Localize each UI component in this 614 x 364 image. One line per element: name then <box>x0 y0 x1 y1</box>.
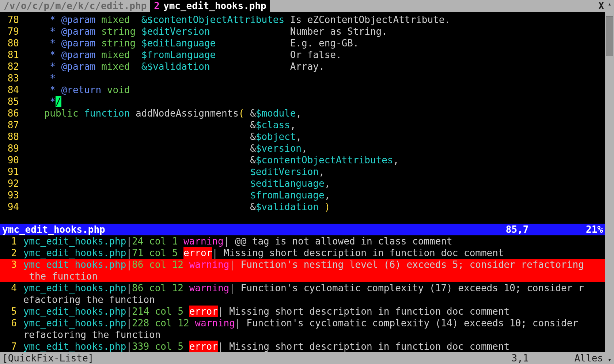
code-line[interactable]: 80 * @param string $editLanguage E.g. en… <box>0 37 605 49</box>
status-line: ymc_edit_hooks.php 85,7 21% <box>0 224 605 235</box>
code-line[interactable]: 81 * @param mixed $fromLanguage Or false… <box>0 49 605 61</box>
warning-badge: warning <box>195 317 235 329</box>
code-line[interactable]: 84 * @return void <box>0 84 605 96</box>
quickfix-item-continuation[interactable]: efactoring the function <box>0 294 605 306</box>
status-pos: 85,7 <box>506 224 529 235</box>
quickfix-message: Missing short description in function do… <box>224 341 510 352</box>
quickfix-message: refactoring the function <box>23 329 161 341</box>
code-line[interactable]: 82 * @param mixed &$validation Array. <box>0 61 605 72</box>
quickfix-number: 1 <box>0 235 18 247</box>
command-line: [QuickFix-Liste] 3,1 Alles <box>0 352 605 364</box>
tab-label: ymc_edit_hooks.php <box>163 0 266 12</box>
line-number: 86 <box>0 107 21 119</box>
code-line[interactable]: 94 &$validation ) <box>0 201 605 213</box>
cmd-right: Alles <box>575 352 603 364</box>
tab-number: 2 <box>154 0 160 12</box>
line-number: 91 <box>0 166 21 178</box>
quickfix-item[interactable]: 5 ymc_edit_hooks.php|214 col 5 error| Mi… <box>0 306 605 317</box>
code-line[interactable]: 78 * @param mixed &$contentObjectAttribu… <box>0 14 605 26</box>
code-text: $fromLanguage, <box>21 189 330 201</box>
code-line[interactable]: 89 &$version, <box>0 143 605 154</box>
code-line[interactable]: 83 * <box>0 72 605 84</box>
code-area[interactable]: 78 * @param mixed &$contentObjectAttribu… <box>0 12 605 224</box>
line-number: 83 <box>0 72 21 84</box>
quickfix-number: 3 <box>0 259 18 270</box>
quickfix-item[interactable]: 2 ymc_edit_hooks.php|71 col 5 error| Mis… <box>0 247 605 259</box>
quickfix-location: 71 col 5 <box>132 247 183 259</box>
line-number: 85 <box>0 96 21 107</box>
code-text: * @param mixed $fromLanguage Or false. <box>21 49 342 61</box>
quickfix-item-continuation[interactable]: refactoring the function <box>0 329 605 341</box>
quickfix-number: 4 <box>0 282 18 294</box>
line-number: 87 <box>0 119 21 131</box>
warning-badge: warning <box>189 259 230 270</box>
code-line[interactable]: 85 */ <box>0 96 605 107</box>
code-text: * <box>21 72 56 84</box>
quickfix-number: 5 <box>0 306 18 317</box>
code-line[interactable]: 88 &$object, <box>0 131 605 143</box>
tab-bar: /v/o/c/p/m/e/k/c/edit.php 2 ymc_edit_hoo… <box>0 0 605 12</box>
quickfix-item[interactable]: 3 ymc_edit_hooks.php|86 col 12 warning| … <box>0 259 605 270</box>
code-text: * @return void <box>21 84 130 96</box>
quickfix-location: 86 col 12 <box>132 282 189 294</box>
scrollbar[interactable]: ▴ ▾ <box>605 0 614 364</box>
quickfix-item[interactable]: 6 ymc_edit_hooks.php|228 col 12 warning|… <box>0 317 605 329</box>
code-text: $editVersion, <box>21 166 325 178</box>
scroll-track[interactable] <box>605 8 614 356</box>
error-badge: error <box>189 341 218 352</box>
line-number: 80 <box>0 37 21 49</box>
tab-label: /v/o/c/p/m/e/k/c/edit.php <box>4 0 147 12</box>
tab-inactive[interactable]: /v/o/c/p/m/e/k/c/edit.php <box>0 0 150 12</box>
quickfix-message: Function's cyclomatic complexity (14) ex… <box>241 317 584 329</box>
quickfix-number: 2 <box>0 247 18 259</box>
quickfix-file: ymc_edit_hooks.php <box>23 259 126 270</box>
quickfix-list[interactable]: 1 ymc_edit_hooks.php|24 col 1 warning| @… <box>0 235 605 352</box>
code-line[interactable]: 79 * @param string $editVersion Number a… <box>0 26 605 37</box>
quickfix-message: Function's cyclomatic complexity (17) ex… <box>235 282 584 294</box>
scroll-thumb[interactable] <box>606 16 613 56</box>
quickfix-file: ymc_edit_hooks.php <box>23 247 126 259</box>
line-number: 84 <box>0 84 21 96</box>
line-number: 79 <box>0 26 21 37</box>
code-line[interactable]: 90 &$contentObjectAttributes, <box>0 154 605 166</box>
quickfix-item[interactable]: 7 ymc_edit_hooks.php|339 col 5 error| Mi… <box>0 341 605 352</box>
quickfix-location: 24 col 1 <box>132 235 183 247</box>
close-icon: X <box>598 0 604 12</box>
quickfix-message: the function <box>23 270 98 282</box>
line-number: 88 <box>0 131 21 143</box>
code-text: * @param mixed &$validation Array. <box>21 61 325 72</box>
scroll-down-icon[interactable]: ▾ <box>605 356 614 364</box>
code-text: &$version, <box>21 143 307 154</box>
warning-badge: warning <box>189 282 230 294</box>
tab-active[interactable]: 2 ymc_edit_hooks.php <box>150 0 270 12</box>
quickfix-message: @@ tag is not allowed in class comment <box>229 235 452 247</box>
cmd-pos: 3,1 <box>512 352 529 364</box>
error-badge: error <box>189 306 218 317</box>
scroll-up-icon[interactable]: ▴ <box>605 0 614 8</box>
code-text: &$object, <box>21 131 302 143</box>
code-line[interactable]: 93 $fromLanguage, <box>0 189 605 201</box>
quickfix-location: 86 col 12 <box>132 259 189 270</box>
code-line[interactable]: 86 public function addNodeAssignments( &… <box>0 107 605 119</box>
code-text: $editLanguage, <box>21 178 330 189</box>
line-number: 93 <box>0 189 21 201</box>
tab-close-button[interactable]: X <box>597 0 605 12</box>
quickfix-item[interactable]: 1 ymc_edit_hooks.php|24 col 1 warning| @… <box>0 235 605 247</box>
line-number: 89 <box>0 143 21 154</box>
quickfix-location: 339 col 5 <box>132 341 189 352</box>
code-text: &$validation ) <box>21 201 330 213</box>
line-number: 82 <box>0 61 21 72</box>
code-line[interactable]: 92 $editLanguage, <box>0 178 605 189</box>
code-line[interactable]: 91 $editVersion, <box>0 166 605 178</box>
code-text: * @param string $editLanguage E.g. eng-G… <box>21 37 359 49</box>
cmd-left: [QuickFix-Liste] <box>2 352 94 364</box>
code-text: &$contentObjectAttributes, <box>21 154 399 166</box>
quickfix-item-continuation[interactable]: the function <box>0 270 605 282</box>
quickfix-file: ymc_edit_hooks.php <box>23 282 126 294</box>
code-line[interactable]: 87 &$class, <box>0 119 605 131</box>
status-percent: 21% <box>586 224 603 235</box>
code-text: * @param mixed &$contentObjectAttributes… <box>21 14 450 26</box>
line-number: 81 <box>0 49 21 61</box>
code-text: */ <box>21 96 61 107</box>
quickfix-item[interactable]: 4 ymc_edit_hooks.php|86 col 12 warning| … <box>0 282 605 294</box>
